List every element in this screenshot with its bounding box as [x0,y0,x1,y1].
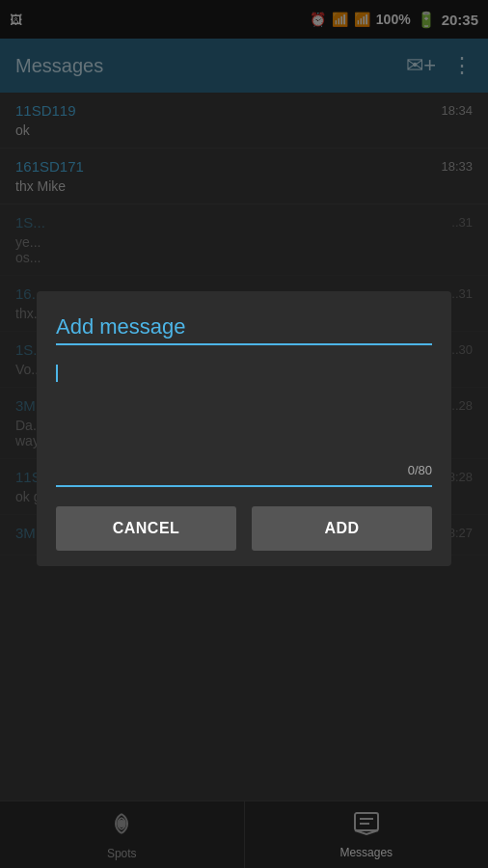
dialog-title: Add message [56,314,432,345]
dialog-input-wrapper: 0/80 [56,365,432,487]
cancel-button[interactable]: CANCEL [56,506,236,551]
dialog-buttons: CANCEL ADD [56,506,432,551]
char-count: 0/80 [56,463,432,477]
add-message-dialog: Add message 0/80 CANCEL ADD [37,291,451,566]
add-button[interactable]: ADD [252,506,432,551]
message-input[interactable] [58,365,432,459]
